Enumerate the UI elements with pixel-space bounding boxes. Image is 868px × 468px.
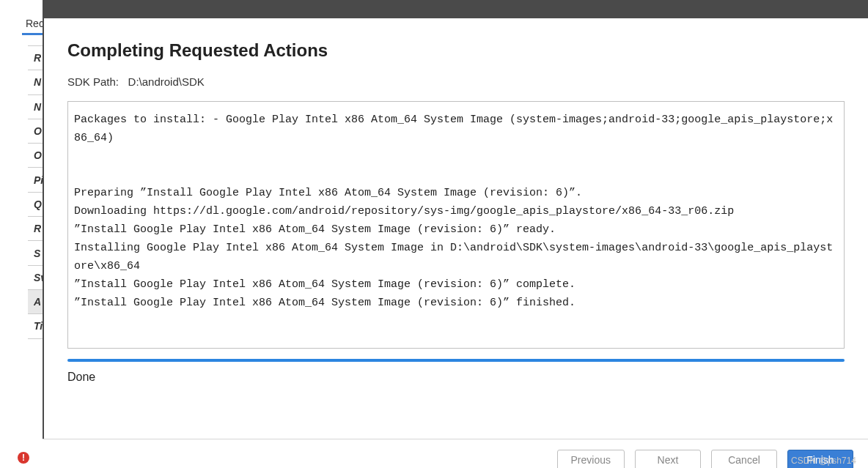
table-row[interactable]: Sv [28,266,44,290]
modal-titlebar[interactable] [44,0,868,18]
background-window: Rec R N N O O Pi Q R S Sv A Ti ! [0,0,44,468]
watermark: CSDN @psh714 [791,456,856,466]
table-row[interactable]: R [28,46,44,70]
progress-bar [67,359,845,362]
sdk-path-value: D:\android\SDK [128,75,205,88]
install-log[interactable]: Packages to install: - Google Play Intel… [67,101,845,349]
table-row[interactable]: A [28,290,44,314]
sdk-path-label: SDK Path: [67,75,119,88]
cancel-button: Cancel [711,450,777,469]
modal-heading: Completing Requested Actions [67,40,845,61]
table-row[interactable]: Ti [28,314,44,338]
background-table: R N N O O Pi Q R S Sv A Ti [28,45,44,339]
table-row[interactable]: Q [28,193,44,217]
table-row[interactable]: N [28,70,44,94]
next-button: Next [635,450,701,469]
sdk-path-row: SDK Path: D:\android\SDK [67,75,845,88]
table-row[interactable]: O [28,119,44,144]
table-row[interactable]: Pi [28,168,44,192]
table-row[interactable]: S [28,241,44,265]
error-icon[interactable]: ! [18,452,29,464]
previous-button: Previous [557,450,625,469]
background-tab[interactable]: Rec [26,18,44,29]
table-row[interactable]: O [28,144,44,168]
table-row[interactable]: N [28,95,44,119]
button-row: Previous Next Cancel Finish [43,439,868,468]
sdk-installer-modal: Completing Requested Actions SDK Path: D… [43,0,868,468]
modal-content: Completing Requested Actions SDK Path: D… [44,18,868,439]
tab-underline [22,33,44,35]
table-row[interactable]: R [28,217,44,241]
status-text: Done [67,371,845,384]
